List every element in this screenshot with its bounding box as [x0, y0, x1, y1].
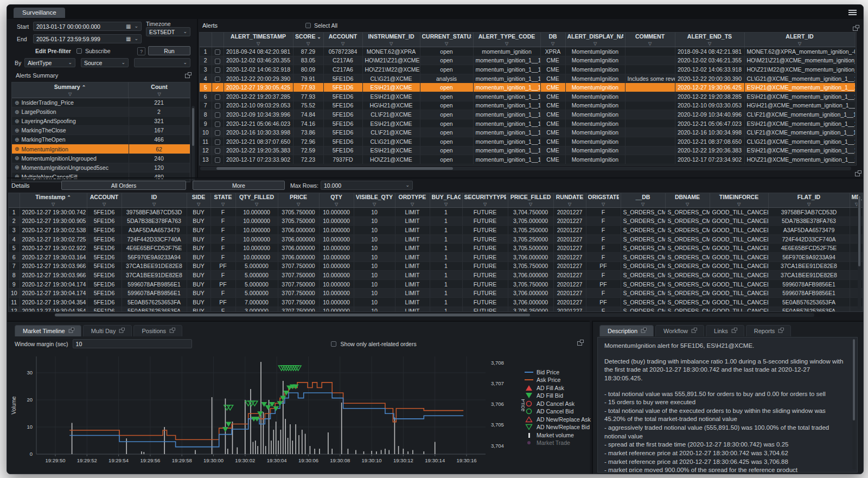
- column-header[interactable]: ORDTYPE▽: [395, 193, 430, 208]
- row-checkbox[interactable]: [215, 77, 220, 82]
- tab-surveillance[interactable]: Surveillance: [14, 8, 65, 18]
- summary-row[interactable]: ⊕MomentumIgnitionUngrouped240: [12, 154, 190, 163]
- table-row[interactable]: 62020-12-22 19:20:37.28577.935FE1D6ES\H2…: [200, 92, 855, 101]
- help-icon[interactable]: ?: [137, 47, 145, 55]
- row-checkbox[interactable]: [215, 67, 220, 73]
- expand-icon[interactable]: ⊕: [15, 164, 19, 170]
- table-row[interactable]: 122020-12-27 19:30:04.3545FE1D65E0AB5762…: [9, 307, 863, 312]
- tab-links[interactable]: Links: [706, 325, 744, 336]
- summary-scrollbar[interactable]: [192, 106, 195, 182]
- legend-item[interactable]: AD Fill Bid: [525, 392, 591, 399]
- column-header[interactable]: DB▽: [540, 33, 565, 47]
- show-only-checkbox[interactable]: [331, 341, 336, 347]
- market-timeline-chart[interactable]: 19:29:5019:29:5219:29:5419:29:5619:29:58…: [9, 352, 525, 471]
- expand-icon[interactable]: ⊕: [15, 109, 19, 115]
- filter-icon[interactable]: ▽: [445, 41, 448, 46]
- column-header[interactable]: Timestamp ⌃▽: [20, 193, 87, 208]
- popout-icon[interactable]: [119, 329, 124, 333]
- popout-icon[interactable]: [641, 329, 646, 333]
- filter-icon[interactable]: ▽: [152, 202, 156, 207]
- start-date-input[interactable]: 2013-01-17 00:00:00.000 ▦ ⌄: [33, 22, 142, 31]
- filter-icon[interactable]: ▽: [390, 41, 393, 46]
- column-header[interactable]: ALERT_DISPLAY_NAME▽: [565, 33, 625, 47]
- column-header[interactable]: ORIGSTATE▽: [586, 193, 621, 208]
- table-row[interactable]: 72020-12-10 09:03:29.05375.525FE1D6HG\H2…: [200, 101, 855, 110]
- legend-item[interactable]: AD Fill Ask: [525, 385, 591, 391]
- column-header[interactable]: [212, 33, 224, 47]
- details-hscrollbar[interactable]: [55, 313, 814, 317]
- filter-icon[interactable]: ▽: [335, 202, 338, 207]
- alert-type-select[interactable]: AlertType⌄: [24, 58, 75, 67]
- summary-row[interactable]: ⊕MarkingTheClose167: [12, 126, 190, 135]
- calendar-icon[interactable]: ▦: [126, 36, 131, 42]
- column-header[interactable]: DBNAME▽: [665, 193, 710, 208]
- count-column-header[interactable]: Count ▽: [129, 82, 190, 98]
- column-header[interactable]: ALERT_ID▽: [744, 33, 855, 47]
- table-row[interactable]: 82020-12-27 19:30:03.9665FE1D637CA1BEE91…: [9, 271, 863, 280]
- filter-icon[interactable]: ▽: [68, 92, 72, 97]
- filter-icon[interactable]: ▽: [157, 92, 161, 97]
- filter-icon[interactable]: ▽: [373, 202, 376, 207]
- column-header[interactable]: ALERT_TIMESTAMP▽: [224, 33, 293, 47]
- popout-icon[interactable]: [853, 27, 858, 31]
- chevron-down-icon[interactable]: ⌄: [134, 24, 138, 29]
- table-row[interactable]: 112020-12-21 08:37:07.65072.965FE1D6CL\G…: [200, 137, 855, 146]
- table-row[interactable]: 22020-12-27 19:30:00.9055FE1D65DA7B38E37…: [9, 216, 863, 226]
- column-header[interactable]: ID▽: [122, 193, 187, 208]
- tab-market-timeline[interactable]: Market Timeline: [15, 325, 81, 336]
- filter-icon[interactable]: ▽: [708, 41, 711, 46]
- table-row[interactable]: 42020-12-27 19:30:02.7255FE1D6724F442D33…: [9, 234, 863, 244]
- table-row[interactable]: 132020-12-17 07:23:33.90272.237937FDHO\Z…: [200, 155, 855, 164]
- table-row[interactable]: 32020-12-02 14:06:32.91880.09C217A6HO\Z2…: [200, 65, 855, 74]
- row-checkbox[interactable]: [215, 139, 220, 145]
- table-row[interactable]: 72020-12-27 19:30:03.9665FE1D637CA1BEE91…: [9, 262, 863, 271]
- tab-positions[interactable]: Positions: [133, 325, 182, 336]
- legend-item[interactable]: Bid Price: [525, 369, 591, 375]
- filter-icon[interactable]: ▽: [737, 202, 741, 207]
- expand-icon[interactable]: ⊕: [15, 146, 19, 152]
- summary-row[interactable]: ⊕LayeringAndSpoofing321: [12, 117, 190, 126]
- expand-icon[interactable]: ⊕: [15, 100, 19, 106]
- popout-icon[interactable]: [855, 172, 860, 176]
- table-row[interactable]: 112020-12-27 19:30:04.3545FE1D65E0AB5762…: [9, 297, 863, 307]
- more-button[interactable]: More: [193, 181, 285, 190]
- filter-icon[interactable]: ▽: [307, 41, 310, 46]
- run-button[interactable]: Run: [148, 46, 190, 55]
- table-row[interactable]: 102020-12-27 19:30:04.1745FE1D65996078AF…: [9, 289, 863, 298]
- filter-icon[interactable]: ▽: [411, 202, 414, 207]
- table-row[interactable]: 82020-12-09 10:34:39.99674.845FE1D6CL\F2…: [200, 110, 855, 119]
- column-header[interactable]: INSTRUMENT_ID▽: [362, 33, 420, 47]
- column-header[interactable]: [9, 193, 20, 208]
- table-row[interactable]: 22020-12-02 03:46:20.35583.05C217A6HO\M2…: [200, 56, 855, 65]
- column-header[interactable]: PRICE▽: [278, 193, 319, 208]
- column-header[interactable]: [200, 33, 212, 47]
- row-checkbox[interactable]: [215, 59, 220, 64]
- expand-icon[interactable]: ⊕: [15, 137, 19, 143]
- filter-icon[interactable]: ▽: [593, 41, 597, 46]
- column-header[interactable]: FLAT_ID▽: [768, 193, 850, 208]
- legend-item[interactable]: Ask Price: [525, 377, 591, 383]
- summary-column-header[interactable]: Summary ⌃ ▽: [12, 82, 129, 98]
- popout-icon[interactable]: [185, 74, 190, 78]
- legend-item[interactable]: Market volume: [525, 432, 591, 438]
- window-margin-input[interactable]: 10: [73, 339, 192, 348]
- table-row[interactable]: 5✓2020-12-27 19:30:05.42577.935FE1D6ES\H…: [200, 83, 855, 92]
- popout-icon[interactable]: [731, 329, 736, 333]
- details-vscrollbar[interactable]: [858, 195, 861, 309]
- row-checkbox[interactable]: [215, 130, 220, 136]
- summary-row[interactable]: ⊕MomentumIgnitionUngrouped5sec120: [12, 163, 190, 173]
- filter-icon[interactable]: ▽: [568, 202, 571, 207]
- tab-workflow[interactable]: Workflow: [655, 325, 704, 336]
- filter-icon[interactable]: ▽: [648, 41, 652, 46]
- group-select[interactable]: ⌄: [134, 58, 190, 67]
- column-header[interactable]: STATE▽: [210, 193, 235, 208]
- summary-row[interactable]: ⊕InsiderTrading_Price221: [12, 98, 190, 107]
- table-row[interactable]: 102020-12-16 10:30:33.99873.865FE1D6CL\F…: [200, 128, 855, 137]
- table-row[interactable]: 12018-09-24 08:42:20.98187.29057872384MO…: [200, 47, 855, 56]
- tab-description[interactable]: Description: [599, 325, 654, 336]
- description-scrollbar[interactable]: [852, 339, 856, 469]
- column-header[interactable]: BUY_FLAG▽: [430, 193, 462, 208]
- source-select[interactable]: Source⌄: [81, 58, 129, 67]
- filter-icon[interactable]: ▽: [197, 202, 200, 207]
- expand-icon[interactable]: ⊕: [15, 128, 19, 133]
